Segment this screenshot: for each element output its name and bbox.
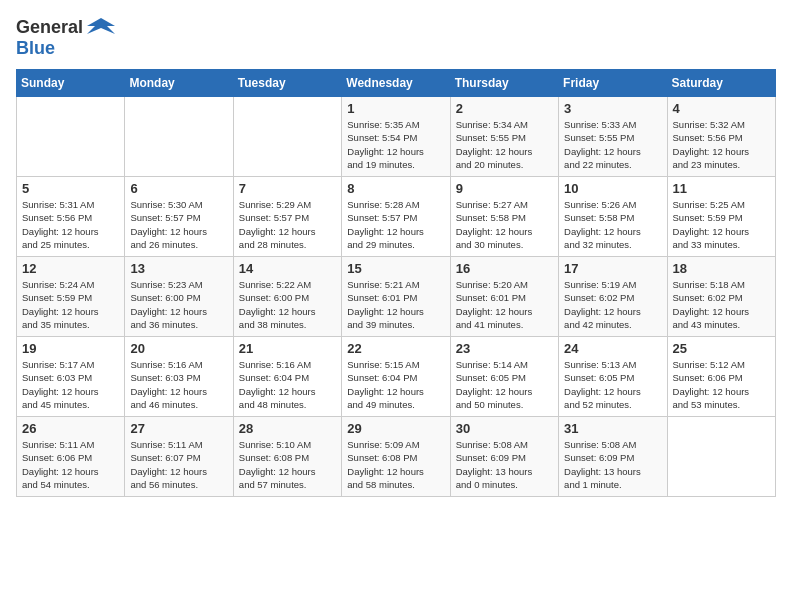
day-info: Sunrise: 5:32 AM Sunset: 5:56 PM Dayligh… xyxy=(673,118,770,171)
day-info: Sunrise: 5:30 AM Sunset: 5:57 PM Dayligh… xyxy=(130,198,227,251)
calendar-header-monday: Monday xyxy=(125,70,233,97)
calendar-cell xyxy=(667,417,775,497)
day-info: Sunrise: 5:11 AM Sunset: 6:06 PM Dayligh… xyxy=(22,438,119,491)
day-info: Sunrise: 5:08 AM Sunset: 6:09 PM Dayligh… xyxy=(564,438,661,491)
day-number: 18 xyxy=(673,261,770,276)
day-info: Sunrise: 5:15 AM Sunset: 6:04 PM Dayligh… xyxy=(347,358,444,411)
day-number: 28 xyxy=(239,421,336,436)
calendar-week-4: 19Sunrise: 5:17 AM Sunset: 6:03 PM Dayli… xyxy=(17,337,776,417)
calendar-cell: 31Sunrise: 5:08 AM Sunset: 6:09 PM Dayli… xyxy=(559,417,667,497)
calendar-cell: 25Sunrise: 5:12 AM Sunset: 6:06 PM Dayli… xyxy=(667,337,775,417)
day-number: 30 xyxy=(456,421,553,436)
day-number: 1 xyxy=(347,101,444,116)
calendar-cell: 8Sunrise: 5:28 AM Sunset: 5:57 PM Daylig… xyxy=(342,177,450,257)
calendar-week-2: 5Sunrise: 5:31 AM Sunset: 5:56 PM Daylig… xyxy=(17,177,776,257)
calendar-cell: 1Sunrise: 5:35 AM Sunset: 5:54 PM Daylig… xyxy=(342,97,450,177)
day-info: Sunrise: 5:26 AM Sunset: 5:58 PM Dayligh… xyxy=(564,198,661,251)
day-info: Sunrise: 5:29 AM Sunset: 5:57 PM Dayligh… xyxy=(239,198,336,251)
day-number: 16 xyxy=(456,261,553,276)
day-number: 26 xyxy=(22,421,119,436)
calendar-cell: 28Sunrise: 5:10 AM Sunset: 6:08 PM Dayli… xyxy=(233,417,341,497)
day-info: Sunrise: 5:09 AM Sunset: 6:08 PM Dayligh… xyxy=(347,438,444,491)
calendar-header-sunday: Sunday xyxy=(17,70,125,97)
day-info: Sunrise: 5:27 AM Sunset: 5:58 PM Dayligh… xyxy=(456,198,553,251)
calendar-cell: 14Sunrise: 5:22 AM Sunset: 6:00 PM Dayli… xyxy=(233,257,341,337)
logo-bird-icon xyxy=(87,16,115,38)
calendar-cell: 9Sunrise: 5:27 AM Sunset: 5:58 PM Daylig… xyxy=(450,177,558,257)
day-info: Sunrise: 5:08 AM Sunset: 6:09 PM Dayligh… xyxy=(456,438,553,491)
calendar-cell: 20Sunrise: 5:16 AM Sunset: 6:03 PM Dayli… xyxy=(125,337,233,417)
day-info: Sunrise: 5:25 AM Sunset: 5:59 PM Dayligh… xyxy=(673,198,770,251)
calendar-cell: 22Sunrise: 5:15 AM Sunset: 6:04 PM Dayli… xyxy=(342,337,450,417)
day-number: 15 xyxy=(347,261,444,276)
day-info: Sunrise: 5:13 AM Sunset: 6:05 PM Dayligh… xyxy=(564,358,661,411)
day-number: 3 xyxy=(564,101,661,116)
day-number: 25 xyxy=(673,341,770,356)
day-number: 19 xyxy=(22,341,119,356)
day-info: Sunrise: 5:24 AM Sunset: 5:59 PM Dayligh… xyxy=(22,278,119,331)
day-number: 4 xyxy=(673,101,770,116)
day-info: Sunrise: 5:17 AM Sunset: 6:03 PM Dayligh… xyxy=(22,358,119,411)
day-info: Sunrise: 5:28 AM Sunset: 5:57 PM Dayligh… xyxy=(347,198,444,251)
day-info: Sunrise: 5:12 AM Sunset: 6:06 PM Dayligh… xyxy=(673,358,770,411)
calendar-header-saturday: Saturday xyxy=(667,70,775,97)
calendar-header-tuesday: Tuesday xyxy=(233,70,341,97)
day-info: Sunrise: 5:10 AM Sunset: 6:08 PM Dayligh… xyxy=(239,438,336,491)
calendar-header-thursday: Thursday xyxy=(450,70,558,97)
calendar-cell xyxy=(125,97,233,177)
calendar-cell xyxy=(233,97,341,177)
calendar-cell: 13Sunrise: 5:23 AM Sunset: 6:00 PM Dayli… xyxy=(125,257,233,337)
svg-marker-0 xyxy=(87,18,115,34)
day-info: Sunrise: 5:19 AM Sunset: 6:02 PM Dayligh… xyxy=(564,278,661,331)
day-number: 27 xyxy=(130,421,227,436)
calendar-cell: 3Sunrise: 5:33 AM Sunset: 5:55 PM Daylig… xyxy=(559,97,667,177)
calendar-cell: 18Sunrise: 5:18 AM Sunset: 6:02 PM Dayli… xyxy=(667,257,775,337)
logo: General Blue xyxy=(16,16,115,59)
calendar-cell: 17Sunrise: 5:19 AM Sunset: 6:02 PM Dayli… xyxy=(559,257,667,337)
day-number: 14 xyxy=(239,261,336,276)
calendar-cell: 24Sunrise: 5:13 AM Sunset: 6:05 PM Dayli… xyxy=(559,337,667,417)
day-info: Sunrise: 5:16 AM Sunset: 6:04 PM Dayligh… xyxy=(239,358,336,411)
day-info: Sunrise: 5:33 AM Sunset: 5:55 PM Dayligh… xyxy=(564,118,661,171)
day-info: Sunrise: 5:21 AM Sunset: 6:01 PM Dayligh… xyxy=(347,278,444,331)
calendar-header-friday: Friday xyxy=(559,70,667,97)
calendar-week-5: 26Sunrise: 5:11 AM Sunset: 6:06 PM Dayli… xyxy=(17,417,776,497)
day-info: Sunrise: 5:31 AM Sunset: 5:56 PM Dayligh… xyxy=(22,198,119,251)
calendar-cell xyxy=(17,97,125,177)
day-number: 21 xyxy=(239,341,336,356)
calendar-cell: 23Sunrise: 5:14 AM Sunset: 6:05 PM Dayli… xyxy=(450,337,558,417)
calendar-cell: 6Sunrise: 5:30 AM Sunset: 5:57 PM Daylig… xyxy=(125,177,233,257)
calendar-cell: 19Sunrise: 5:17 AM Sunset: 6:03 PM Dayli… xyxy=(17,337,125,417)
day-number: 9 xyxy=(456,181,553,196)
day-info: Sunrise: 5:20 AM Sunset: 6:01 PM Dayligh… xyxy=(456,278,553,331)
day-info: Sunrise: 5:11 AM Sunset: 6:07 PM Dayligh… xyxy=(130,438,227,491)
calendar-week-3: 12Sunrise: 5:24 AM Sunset: 5:59 PM Dayli… xyxy=(17,257,776,337)
day-info: Sunrise: 5:14 AM Sunset: 6:05 PM Dayligh… xyxy=(456,358,553,411)
calendar-cell: 15Sunrise: 5:21 AM Sunset: 6:01 PM Dayli… xyxy=(342,257,450,337)
day-number: 29 xyxy=(347,421,444,436)
day-number: 5 xyxy=(22,181,119,196)
day-number: 22 xyxy=(347,341,444,356)
day-number: 20 xyxy=(130,341,227,356)
calendar-cell: 5Sunrise: 5:31 AM Sunset: 5:56 PM Daylig… xyxy=(17,177,125,257)
header: General Blue xyxy=(16,16,776,59)
calendar-header-wednesday: Wednesday xyxy=(342,70,450,97)
day-info: Sunrise: 5:35 AM Sunset: 5:54 PM Dayligh… xyxy=(347,118,444,171)
calendar-table: SundayMondayTuesdayWednesdayThursdayFrid… xyxy=(16,69,776,497)
day-number: 31 xyxy=(564,421,661,436)
day-number: 10 xyxy=(564,181,661,196)
calendar-cell: 2Sunrise: 5:34 AM Sunset: 5:55 PM Daylig… xyxy=(450,97,558,177)
calendar-header-row: SundayMondayTuesdayWednesdayThursdayFrid… xyxy=(17,70,776,97)
calendar-week-1: 1Sunrise: 5:35 AM Sunset: 5:54 PM Daylig… xyxy=(17,97,776,177)
logo-blue: Blue xyxy=(16,38,55,58)
logo-general: General xyxy=(16,17,83,38)
day-number: 12 xyxy=(22,261,119,276)
day-number: 17 xyxy=(564,261,661,276)
day-info: Sunrise: 5:16 AM Sunset: 6:03 PM Dayligh… xyxy=(130,358,227,411)
day-number: 2 xyxy=(456,101,553,116)
calendar-cell: 12Sunrise: 5:24 AM Sunset: 5:59 PM Dayli… xyxy=(17,257,125,337)
day-number: 8 xyxy=(347,181,444,196)
day-number: 6 xyxy=(130,181,227,196)
day-number: 7 xyxy=(239,181,336,196)
day-number: 24 xyxy=(564,341,661,356)
